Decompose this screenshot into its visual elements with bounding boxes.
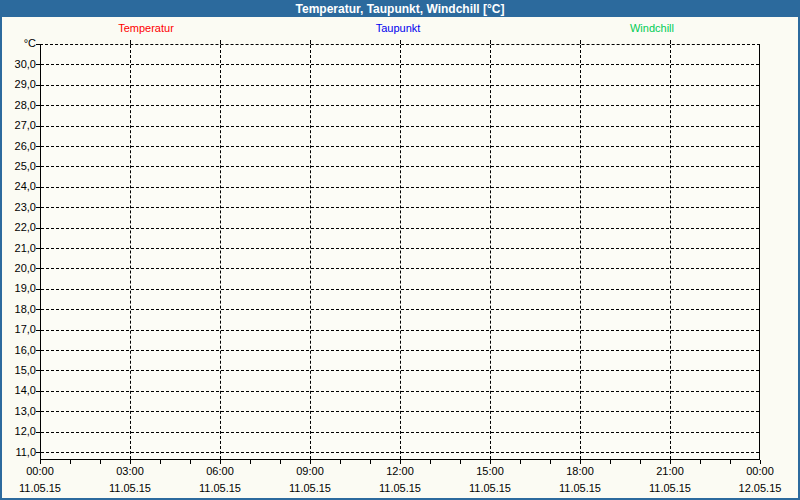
x-axis-major-tick-top: [310, 40, 311, 44]
x-axis-minor-tick: [340, 460, 341, 464]
y-axis-tick: [36, 330, 40, 331]
x-axis-minor-tick: [700, 460, 701, 464]
x-axis-minor-tick: [730, 460, 731, 464]
x-date-label: 11.05.15: [275, 482, 345, 494]
x-axis-minor-tick: [670, 460, 671, 464]
y-tick-label: 27,0: [2, 118, 36, 133]
y-tick-label: 16,0: [2, 343, 36, 358]
x-axis-minor-tick: [640, 460, 641, 464]
y-tick-label: 22,0: [2, 220, 36, 235]
y-tick-label: 17,0: [2, 322, 36, 337]
x-time-label: 09:00: [280, 465, 340, 477]
y-tick-label: 23,0: [2, 200, 36, 215]
x-axis-major-tick-top: [220, 40, 221, 44]
x-axis-major-tick-top: [400, 40, 401, 44]
x-axis-minor-tick: [460, 460, 461, 464]
x-axis-major-tick-top: [670, 40, 671, 44]
x-axis-major-tick-top: [580, 40, 581, 44]
x-date-label: 11.05.15: [95, 482, 165, 494]
y-tick-label: 12,0: [2, 424, 36, 439]
x-axis-minor-tick: [160, 460, 161, 464]
x-date-label: 11.05.15: [545, 482, 615, 494]
y-axis-tick: [36, 207, 40, 208]
x-date-label: 11.05.15: [635, 482, 705, 494]
y-tick-label: 29,0: [2, 77, 36, 92]
x-time-label: 15:00: [460, 465, 520, 477]
y-axis-tick: [36, 309, 40, 310]
x-date-label: 12.05.15: [725, 482, 795, 494]
y-axis-tick: [36, 85, 40, 86]
y-axis-tick: [36, 166, 40, 167]
x-date-label: 11.05.15: [365, 482, 435, 494]
y-axis-tick: [36, 126, 40, 127]
y-tick-label: 14,0: [2, 383, 36, 398]
x-axis-minor-tick: [760, 460, 761, 464]
series-layer: [41, 45, 759, 459]
y-axis-tick: [36, 44, 40, 45]
y-tick-label: 30,0: [2, 57, 36, 72]
y-axis-tick: [36, 391, 40, 392]
x-axis-major-tick-top: [490, 40, 491, 44]
chart-area: °C 30,029,028,027,026,025,024,023,022,02…: [2, 2, 798, 498]
y-axis-tick: [36, 64, 40, 65]
x-date-label: 11.05.15: [455, 482, 525, 494]
y-tick-label: 15,0: [2, 363, 36, 378]
x-date-label: 11.05.15: [185, 482, 255, 494]
y-axis-tick: [36, 187, 40, 188]
y-axis-tick: [36, 452, 40, 453]
x-time-label: 12:00: [370, 465, 430, 477]
y-axis-tick: [36, 248, 40, 249]
x-axis-minor-tick: [250, 460, 251, 464]
x-axis-minor-tick: [370, 460, 371, 464]
x-axis-major-tick-top: [130, 40, 131, 44]
y-axis-tick: [36, 146, 40, 147]
y-tick-label: 28,0: [2, 98, 36, 113]
y-tick-label: 25,0: [2, 159, 36, 174]
y-axis-tick: [36, 289, 40, 290]
x-axis-minor-tick: [40, 460, 41, 464]
x-time-label: 06:00: [190, 465, 250, 477]
x-time-label: 03:00: [100, 465, 160, 477]
y-tick-label: 26,0: [2, 139, 36, 154]
y-axis-tick: [36, 228, 40, 229]
x-axis-minor-tick: [520, 460, 521, 464]
x-axis-minor-tick: [490, 460, 491, 464]
y-axis-tick: [36, 370, 40, 371]
x-axis-minor-tick: [220, 460, 221, 464]
x-axis-minor-tick: [130, 460, 131, 464]
y-tick-label: 13,0: [2, 404, 36, 419]
plot-area: [40, 44, 760, 460]
chart-window: Temperatur, Taupunkt, Windchill [°C] Tem…: [0, 0, 800, 500]
x-axis-minor-tick: [100, 460, 101, 464]
y-tick-label: 18,0: [2, 302, 36, 317]
y-axis-tick: [36, 268, 40, 269]
x-axis-minor-tick: [400, 460, 401, 464]
y-axis-tick: [36, 411, 40, 412]
x-time-label: 00:00: [730, 465, 790, 477]
y-tick-label: 21,0: [2, 241, 36, 256]
y-tick-label: 11,0: [2, 445, 36, 460]
y-tick-label: 20,0: [2, 261, 36, 276]
x-axis-minor-tick: [280, 460, 281, 464]
y-tick-label: 24,0: [2, 179, 36, 194]
x-time-label: 21:00: [640, 465, 700, 477]
y-axis-unit-label: °C: [2, 36, 36, 51]
x-axis-minor-tick: [430, 460, 431, 464]
y-axis-tick: [36, 105, 40, 106]
x-axis-minor-tick: [550, 460, 551, 464]
x-axis-minor-tick: [580, 460, 581, 464]
y-tick-label: 19,0: [2, 281, 36, 296]
x-axis-minor-tick: [310, 460, 311, 464]
x-time-label: 18:00: [550, 465, 610, 477]
x-axis-minor-tick: [70, 460, 71, 464]
y-axis-tick: [36, 350, 40, 351]
x-time-label: 00:00: [10, 465, 70, 477]
x-axis-minor-tick: [190, 460, 191, 464]
x-date-label: 11.05.15: [5, 482, 75, 494]
y-axis-tick: [36, 432, 40, 433]
x-axis-minor-tick: [610, 460, 611, 464]
